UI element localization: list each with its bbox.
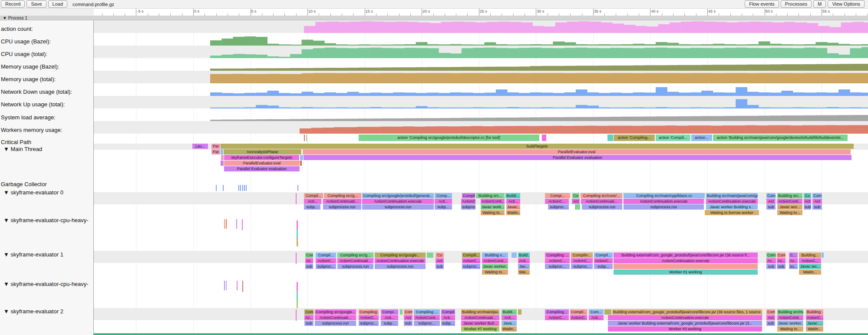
trace-block[interactable]: Building s... [482,253,508,258]
event-tick[interactable] [224,219,225,229]
trace-block[interactable]: sub [804,204,811,210]
trace-block[interactable]: subproc... [414,321,440,326]
event-tick[interactable] [304,135,305,141]
trace-block[interactable]: Ac... [777,258,785,263]
trace-block[interactable]: Waiting to... [777,210,802,215]
record-button[interactable]: Record [1,0,25,8]
trace-block[interactable]: Parallel Evaluator evaluation [304,155,851,160]
trace-block[interactable]: Compiling src/g... [324,193,361,198]
trace-block[interactable]: Acti... [381,315,398,320]
trace-block[interactable] [607,135,613,141]
trace-block[interactable]: Building src/main/jav... [461,309,499,315]
metadata-button[interactable]: M [813,0,826,8]
trace-block[interactable]: Act [812,199,822,204]
trace-block[interactable]: sub [305,264,313,269]
trace-block[interactable]: Compili... [462,253,480,258]
trace-block[interactable]: subprocess.run [323,204,361,210]
trace-block[interactable]: su... [789,264,798,269]
event-tick[interactable] [244,185,245,191]
trace-block[interactable]: subp... [594,264,613,269]
trace-block[interactable]: Com [304,309,314,315]
trace-block[interactable]: Waiting to borrow worker [705,210,759,215]
trace-block[interactable]: action 'Compiling src/google/protobuf/de… [359,135,539,141]
trace-block[interactable]: subprocess.run [624,204,704,210]
trace-block[interactable]: Acti... [518,258,530,263]
trace-block[interactable]: ActionC... [806,315,823,320]
trace-block[interactable]: ActionContinuation.execute [608,315,762,320]
trace-block[interactable]: Act [572,199,580,204]
trace-block[interactable]: C... [789,253,798,258]
trace-block[interactable]: Co [436,253,444,258]
trace-block[interactable]: Com... [589,309,604,315]
thread-section-label[interactable]: ▼ skyframe-evaluator 1 [3,251,63,258]
trace-block[interactable]: Javac... [506,204,520,210]
event-tick[interactable] [306,135,307,141]
trace-block[interactable] [221,149,223,154]
thread-section-label[interactable]: ▼ skyframe-evaluator 0 [3,189,63,196]
trace-block[interactable]: Compiling ... [545,253,570,258]
trace-block[interactable]: action 'Compili... [656,135,690,141]
trace-block[interactable]: Com [766,309,775,315]
trace-block[interactable] [542,135,546,141]
trace-block[interactable]: Act [766,199,776,204]
trace-block[interactable]: Compil... [316,253,336,258]
trace-block[interactable]: ActionContinuation.execute [375,258,426,263]
view-options-button[interactable]: View Options [828,0,865,8]
trace-block[interactable]: Javac wor... [777,204,802,210]
trace-block[interactable]: Building src... [476,193,505,198]
trace-block[interactable] [575,204,580,210]
trace-block[interactable]: Buildi... [502,309,517,315]
trace-block[interactable] [604,309,611,315]
trace-block[interactable]: Javac worker Buil... [461,321,499,326]
event-tick[interactable] [297,291,298,299]
event-tick[interactable] [297,282,298,291]
thread-section-label[interactable]: ▼ skyframe-evaluator-cpu-heavy- [3,281,89,287]
trace-block[interactable]: subp... [441,321,455,326]
trace-block[interactable]: ActionContinuati... [581,199,622,204]
trace-block[interactable] [614,264,758,269]
trace-block[interactable]: Javac worker Building external/com_googl… [608,321,762,326]
trace-block[interactable]: Com [766,193,776,198]
trace-block[interactable]: Compiling src/main/cpp/blaze.cc [624,193,705,198]
trace-block[interactable]: Waiting to... [482,269,508,275]
trace-block[interactable]: Waitin... [806,326,823,332]
trace-block[interactable]: subproc... [462,264,480,269]
trace-block[interactable]: ActionContinuation.execute [624,199,704,204]
trace-block[interactable]: Javac work... [481,204,505,210]
trace-block[interactable]: ActionC... [594,258,613,263]
trace-block[interactable]: Ac... [766,258,776,263]
event-tick[interactable] [296,309,297,321]
trace-block[interactable]: ActionConti... [481,199,505,204]
trace-block[interactable]: action 'Compiling... [614,135,655,141]
trace-block[interactable]: subproc... [548,204,569,210]
trace-block[interactable] [400,309,403,315]
trace-block[interactable]: Compiling ... [414,309,440,315]
trace-block[interactable]: ActionConti... [777,199,802,204]
trace-block[interactable]: Waiting to... [777,326,803,332]
event-tick[interactable] [297,229,298,238]
trace-block[interactable]: Compil... [594,253,613,258]
trace-block[interactable]: subproc... [545,264,570,269]
trace-block[interactable] [518,309,521,315]
trace-block[interactable]: Com [777,253,785,258]
trace-block[interactable]: Acti... [506,199,520,204]
processes-button[interactable]: Processes [781,0,812,8]
trace-block[interactable]: Compiling src/google/protobuf/generat... [362,193,434,198]
trace-block[interactable]: Acti... [435,199,452,204]
trace-block[interactable]: Lau... [192,144,208,149]
trace-block[interactable] [512,253,517,258]
trace-block[interactable]: Compi... [545,193,570,198]
trace-block[interactable]: Acti... [589,315,604,320]
trace-block[interactable]: Com [766,253,776,258]
timeline-ruler[interactable]: -5 s0 s5 s10 s15 s20 s25 s30 s35 s40 s45… [0,9,868,16]
trace-block[interactable]: Co [804,193,811,198]
trace-block[interactable]: Compiling src/g... [337,253,373,258]
trace-block[interactable]: ParallelEvaluator.eval [224,161,300,166]
trace-block[interactable]: Compil... [570,309,587,315]
trace-block[interactable]: sub [777,264,785,269]
trace-block[interactable]: subp... [435,204,452,210]
trace-block[interactable]: Compi... [381,309,398,315]
trace-block[interactable]: Javac worker... [482,264,508,269]
trace-block[interactable]: Ac... [789,258,798,263]
timeline-track-area[interactable]: action 'Compiling src/google/protobuf/de… [0,16,868,335]
